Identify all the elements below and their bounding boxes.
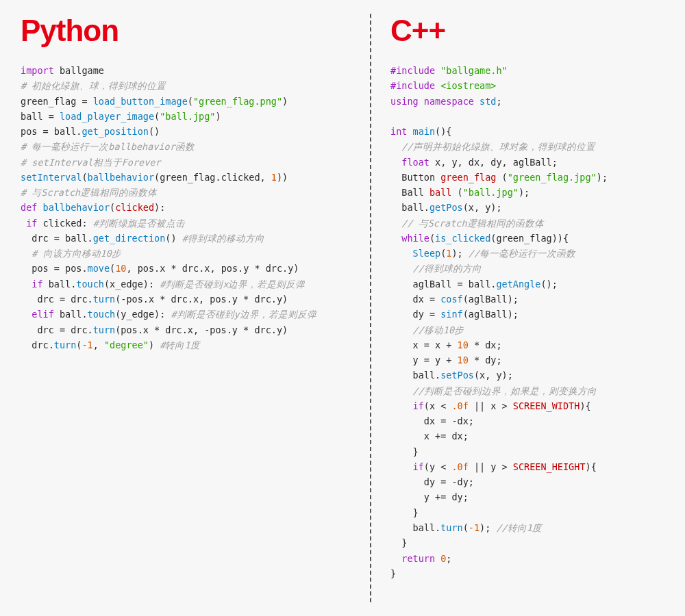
code-token: getAngle <box>496 279 540 290</box>
code-token: load_button_image <box>93 96 188 107</box>
code-token: ( <box>463 522 469 533</box>
code-token: #判断是否碰到x边界，若是则反弹 <box>160 279 305 290</box>
code-token: # 与Scratch逻辑相同的函数体 <box>21 187 157 198</box>
code-token: ( <box>110 263 115 274</box>
code-token: () <box>149 126 160 137</box>
cpp-code-block: #include "ballgame.h" #include <iostream… <box>390 63 664 581</box>
code-token: ball. <box>54 309 88 320</box>
code-token: import <box>21 65 54 76</box>
code-token: x, y, dx, dy, aglBall; <box>429 157 558 168</box>
code-token: ){ <box>580 400 590 411</box>
code-token: 10 <box>458 339 469 350</box>
code-token: # 初始化绿旗、球，得到球的位置 <box>21 80 166 91</box>
code-token: x += dx; <box>390 431 469 441</box>
code-token: #转向1度 <box>160 339 199 350</box>
code-token: drc = drc. <box>21 294 93 305</box>
code-token: main <box>413 126 436 137</box>
python-column: Python import ballgame # 初始化绿旗、球，得到球的位置 … <box>0 0 370 616</box>
code-token: (aglBall); <box>463 294 519 305</box>
code-token <box>390 218 401 229</box>
code-token <box>390 461 413 472</box>
code-token: ); <box>480 522 496 533</box>
code-token: ( <box>496 172 507 183</box>
code-token: getPos <box>429 202 463 213</box>
code-token: * dx; <box>469 339 502 350</box>
code-token: #判断绿旗是否被点击 <box>93 218 185 229</box>
code-token: ); <box>451 248 468 259</box>
code-token: ); <box>597 172 608 183</box>
code-token: ); <box>519 187 530 198</box>
code-token: drc. <box>21 339 54 350</box>
code-token: #判断是否碰到y边界，若是则反弹 <box>171 309 316 320</box>
code-token: ballgame <box>54 65 104 76</box>
code-token: if <box>413 461 424 472</box>
code-token: ball. <box>43 279 77 290</box>
code-token: ) <box>149 339 160 350</box>
code-token: if <box>413 400 424 411</box>
code-token: * dy; <box>469 355 502 365</box>
code-token: "degree" <box>104 339 149 350</box>
code-token: turn <box>440 522 463 533</box>
code-token: return <box>401 553 440 564</box>
code-token: ballbehavior <box>43 202 110 213</box>
code-token: x = x + <box>390 339 458 350</box>
code-token: SCREEN_WIDTH <box>513 400 580 411</box>
cpp-column: C++ #include "ballgame.h" #include <iost… <box>370 0 685 616</box>
code-token <box>21 309 32 320</box>
code-token: <iostream> <box>440 80 496 91</box>
code-token: cosf <box>440 294 463 305</box>
code-token: setInterval <box>21 172 82 183</box>
code-token: "ballgame.h" <box>440 65 508 76</box>
code-token <box>390 400 413 411</box>
code-token: drc = drc. <box>21 324 93 335</box>
code-token: , <box>93 339 104 350</box>
code-token: pos = pos. <box>21 263 88 274</box>
code-token: std <box>480 96 496 107</box>
code-token: aglBall = ball. <box>390 279 496 290</box>
code-token: clicked <box>115 202 154 213</box>
code-token: is_clicked <box>435 233 490 244</box>
code-token: } <box>390 507 419 518</box>
code-token: //声明并初始化绿旗、球对象，得到球的位置 <box>401 141 595 152</box>
code-token: "green_flag.png" <box>193 96 282 107</box>
code-token: .0f <box>451 400 468 411</box>
code-token: turn <box>93 324 116 335</box>
code-token <box>390 157 401 168</box>
code-token <box>390 553 401 564</box>
code-token: #得到球的移动方向 <box>182 233 264 244</box>
code-token: ballbehavior <box>88 172 155 183</box>
code-token: } <box>390 568 396 579</box>
code-token: //转向1度 <box>496 522 541 533</box>
code-token: y = y + <box>390 355 458 365</box>
code-token: //得到球的方向 <box>413 263 482 274</box>
code-token: (green_flag.clicked, <box>154 172 271 183</box>
code-token: (x, y); <box>474 370 513 381</box>
code-token: ball. <box>390 370 440 381</box>
code-token: green_flag = <box>21 96 93 107</box>
code-token: (green_flag)){ <box>490 233 569 244</box>
cpp-title: C++ <box>390 14 664 48</box>
code-token: (x < <box>424 400 452 411</box>
code-token: dy = -dy; <box>390 476 474 487</box>
code-token: setPos <box>440 370 474 381</box>
code-token: ) <box>282 96 288 107</box>
code-token <box>21 279 32 290</box>
code-token <box>21 218 26 229</box>
code-token: ( <box>429 233 435 244</box>
code-token: ; <box>446 553 451 564</box>
code-token: ball. <box>390 522 440 533</box>
python-code-block: import ballgame # 初始化绿旗、球，得到球的位置 green_f… <box>21 63 349 352</box>
code-token: touch <box>76 279 104 290</box>
code-token: "green_flag.jpg" <box>508 172 597 183</box>
code-token: (-pos.x * drc.x, pos.y * drc.y) <box>115 294 288 305</box>
code-token: // 与Scratch逻辑相同的函数体 <box>401 218 543 229</box>
code-token: (x, y); <box>463 202 502 213</box>
code-token: ball. <box>390 202 429 213</box>
code-token: int <box>390 126 413 137</box>
code-token: #include <box>390 65 440 76</box>
code-token: sinf <box>440 309 463 320</box>
code-token: pos = ball. <box>21 126 82 137</box>
code-token: , pos.x * drc.x, pos.y * drc.y) <box>126 263 299 274</box>
code-token: get_direction <box>93 233 166 244</box>
code-token: touch <box>88 309 116 320</box>
